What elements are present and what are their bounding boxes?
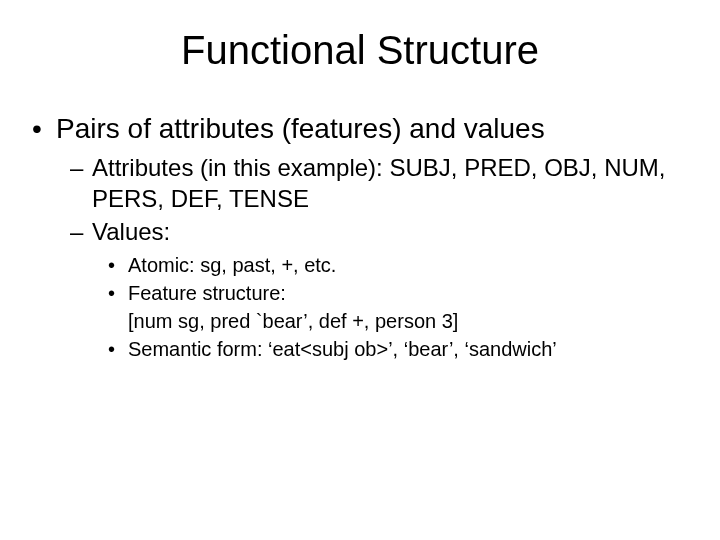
bullet-values-text: Values: <box>92 218 170 245</box>
slide-title: Functional Structure <box>20 28 700 73</box>
bullet-list-level1: Pairs of attributes (features) and value… <box>20 111 700 363</box>
bullet-feature-structure-example: [num sg, pred `bear’, def +, person 3] <box>128 308 700 335</box>
bullet-main-text: Pairs of attributes (features) and value… <box>56 113 545 144</box>
bullet-atomic: Atomic: sg, past, +, etc. <box>128 252 700 279</box>
bullet-values: Values: Atomic: sg, past, +, etc. Featur… <box>92 216 700 362</box>
bullet-list-level3: Atomic: sg, past, +, etc. Feature struct… <box>92 252 700 363</box>
slide: Functional Structure Pairs of attributes… <box>0 0 720 540</box>
bullet-feature-structure-label: Feature structure: <box>128 280 700 307</box>
bullet-attributes: Attributes (in this example): SUBJ, PRED… <box>92 152 700 214</box>
bullet-list-level2: Attributes (in this example): SUBJ, PRED… <box>56 152 700 363</box>
bullet-semantic-form: Semantic form: ‘eat<subj ob>’, ‘bear’, ‘… <box>128 336 700 363</box>
bullet-main: Pairs of attributes (features) and value… <box>56 111 700 363</box>
